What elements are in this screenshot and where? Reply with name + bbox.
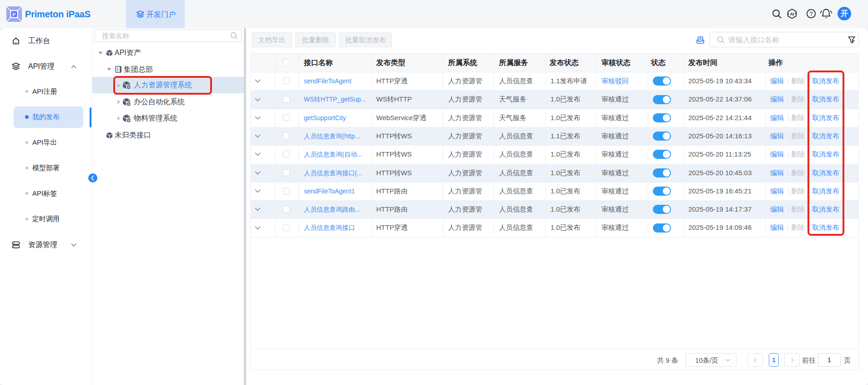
svg-text:?: ? [809,10,812,17]
svg-text:AI: AI [790,11,794,16]
svg-text:P: P [12,12,15,17]
